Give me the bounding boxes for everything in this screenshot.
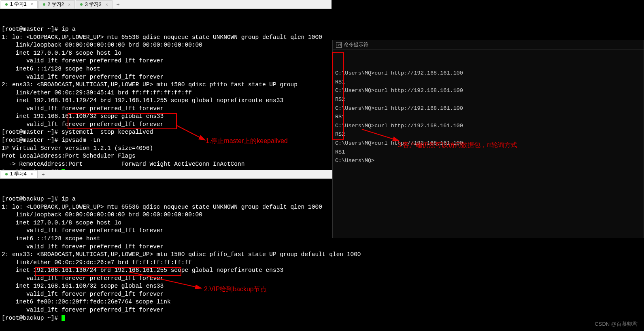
tab-study-3[interactable]: 3 学习3 × xyxy=(76,0,113,9)
master-terminal-pane: 1 学习1 × 2 学习2 × 3 学习3 × + [root@master ~… xyxy=(0,0,332,169)
tab-study-4[interactable]: 1 学习4 × xyxy=(1,170,38,178)
cmd-icon: C:\ xyxy=(336,42,342,48)
tab-add-button[interactable]: + xyxy=(113,0,124,9)
tab-label: 1 学习1 xyxy=(10,1,27,8)
close-icon[interactable]: × xyxy=(31,172,33,176)
cmd-title-bar[interactable]: C:\ 命令提示符 xyxy=(333,40,644,50)
watermark: CSDN @百慕卿君 xyxy=(592,320,640,329)
cmd-window[interactable]: C:\ 命令提示符 C:\Users\MQ>curl http://192.16… xyxy=(332,40,644,238)
master-terminal-output[interactable]: [root@master ~]# ip a1: lo: <LOOPBACK,UP… xyxy=(0,9,332,169)
cmd-title: 命令提示符 xyxy=(344,41,368,48)
dot-icon xyxy=(5,3,8,6)
cmd-lines: C:\Users\MQ>curl http://192.168.161.100R… xyxy=(335,69,641,165)
close-icon[interactable]: × xyxy=(31,2,33,6)
tab-study-1[interactable]: 1 学习1 × xyxy=(1,0,38,9)
dot-icon xyxy=(43,3,45,6)
master-lines: [root@master ~]# ip a1: lo: <LOOPBACK,UP… xyxy=(2,26,330,176)
tab-study-2[interactable]: 2 学习2 × xyxy=(38,0,75,9)
tab-label: 1 学习4 xyxy=(10,171,27,177)
dot-icon xyxy=(80,3,83,6)
cmd-body[interactable]: C:\Users\MQ>curl http://192.168.161.100R… xyxy=(333,50,644,246)
dot-icon xyxy=(5,173,8,175)
tab-add-button[interactable]: + xyxy=(38,170,49,178)
tab-label: 2 学习2 xyxy=(48,1,64,8)
tab-bar-top: 1 学习1 × 2 学习2 × 3 学习3 × + xyxy=(0,0,332,9)
tab-label: 3 学习3 xyxy=(85,1,102,8)
close-icon[interactable]: × xyxy=(68,2,70,7)
close-icon[interactable]: × xyxy=(106,2,108,7)
